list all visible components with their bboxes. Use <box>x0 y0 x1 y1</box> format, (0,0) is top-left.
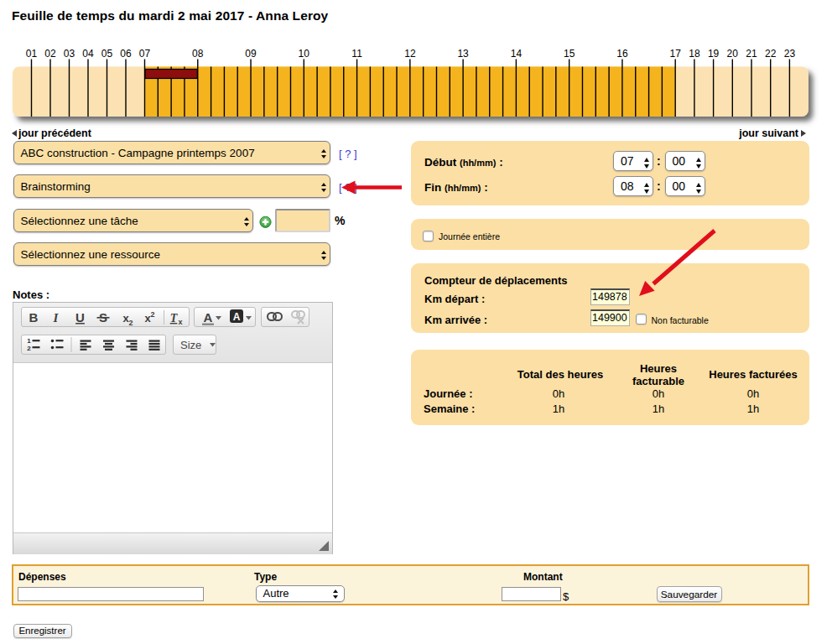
svg-text:11: 11 <box>351 48 362 60</box>
svg-text:A: A <box>204 310 213 325</box>
svg-text:14: 14 <box>511 48 523 60</box>
svg-text:A: A <box>233 311 241 323</box>
svg-text:10: 10 <box>299 48 310 60</box>
svg-text:T: T <box>170 312 179 325</box>
svg-text:09: 09 <box>245 48 257 60</box>
svg-text:23: 23 <box>784 48 796 60</box>
svg-text:2: 2 <box>27 345 31 352</box>
svg-text:20: 20 <box>727 48 739 60</box>
svg-text:2: 2 <box>150 310 154 319</box>
svg-text:17: 17 <box>670 48 682 60</box>
svg-text:16: 16 <box>616 48 628 60</box>
svg-text:08: 08 <box>192 48 204 60</box>
svg-text:01: 01 <box>26 48 38 60</box>
svg-text:Size: Size <box>180 339 201 351</box>
svg-text:I: I <box>53 311 60 325</box>
svg-text:21: 21 <box>746 48 757 60</box>
svg-text:1: 1 <box>27 337 31 345</box>
svg-text:03: 03 <box>64 48 75 60</box>
svg-text:B: B <box>29 310 39 325</box>
svg-text:x: x <box>178 318 182 326</box>
svg-text:13: 13 <box>457 48 469 60</box>
svg-text:U: U <box>75 310 85 325</box>
svg-text:19: 19 <box>708 48 720 60</box>
svg-text:2: 2 <box>128 319 133 327</box>
svg-text:02: 02 <box>44 48 56 60</box>
svg-text:07: 07 <box>139 48 151 60</box>
svg-text:18: 18 <box>689 48 700 60</box>
svg-text:04: 04 <box>82 48 94 60</box>
svg-text:22: 22 <box>765 48 777 60</box>
svg-text:05: 05 <box>101 48 113 60</box>
svg-text:12: 12 <box>404 48 416 60</box>
svg-text:06: 06 <box>120 48 132 60</box>
svg-text:15: 15 <box>564 48 575 60</box>
